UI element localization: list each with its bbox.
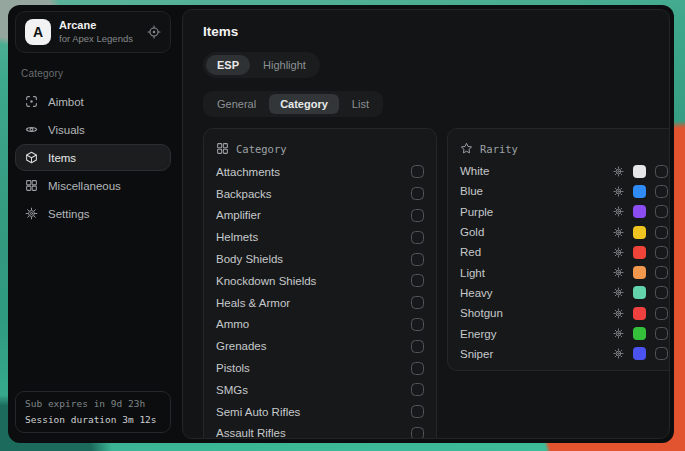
rarity-checkbox[interactable] <box>655 185 668 198</box>
esp-mode-toggle: ESPHighlight <box>203 52 320 78</box>
sub-expiry-text: Sub expires in 9d 23h <box>25 398 161 410</box>
category-checkbox[interactable] <box>411 165 424 178</box>
tab-category[interactable]: Category <box>269 94 339 114</box>
category-item-label: Amplifier <box>216 209 411 221</box>
sidebar: A Arcane for Apex Legends Category Aimbo… <box>8 5 178 443</box>
gear-icon[interactable] <box>613 308 624 319</box>
sidebar-item-visuals[interactable]: Visuals <box>15 116 171 143</box>
sidebar-item-miscellaneous[interactable]: Miscellaneous <box>15 172 171 199</box>
sidebar-item-aimbot[interactable]: Aimbot <box>15 88 171 115</box>
category-checkbox[interactable] <box>411 318 424 331</box>
category-item-label: Attachments <box>216 166 411 178</box>
gear-icon[interactable] <box>613 166 624 177</box>
rarity-item-label: Gold <box>460 226 613 238</box>
app-subtitle: for Apex Legends <box>59 33 133 45</box>
target-icon[interactable] <box>147 25 161 39</box>
category-checkbox[interactable] <box>411 231 424 244</box>
gear-icon[interactable] <box>613 348 624 359</box>
rarity-checkbox[interactable] <box>655 347 668 360</box>
rarity-checkbox[interactable] <box>655 307 668 320</box>
category-checkbox[interactable] <box>411 362 424 375</box>
gear-icon[interactable] <box>613 227 624 238</box>
category-checkbox[interactable] <box>411 274 424 287</box>
category-item-label: Helmets <box>216 231 411 243</box>
rarity-color-swatch[interactable] <box>633 307 646 320</box>
category-item-label: Backpacks <box>216 188 411 200</box>
category-panel-title: Category <box>236 143 287 155</box>
rarity-color-swatch[interactable] <box>633 286 646 299</box>
category-item-label: Assault Rifles <box>216 427 411 439</box>
rarity-checkbox[interactable] <box>655 286 668 299</box>
rarity-color-swatch[interactable] <box>633 226 646 239</box>
sidebar-item-label: Settings <box>48 208 90 220</box>
rarity-item-label: Shotgun <box>460 307 613 319</box>
mode-esp[interactable]: ESP <box>206 55 250 75</box>
gear-icon[interactable] <box>613 287 624 298</box>
rarity-checkbox[interactable] <box>655 246 668 259</box>
gear-icon[interactable] <box>613 206 624 217</box>
sidebar-item-label: Visuals <box>48 124 85 136</box>
rarity-checkbox[interactable] <box>655 165 668 178</box>
mode-highlight[interactable]: Highlight <box>252 55 317 75</box>
category-item-label: Grenades <box>216 340 411 352</box>
category-checkbox[interactable] <box>411 405 424 418</box>
star-icon <box>460 142 473 155</box>
rarity-color-swatch[interactable] <box>633 327 646 340</box>
rarity-row: Heavy <box>448 283 670 303</box>
gear-icon[interactable] <box>613 186 624 197</box>
category-row: SMGs <box>204 379 436 401</box>
rarity-row: Purple <box>448 202 670 222</box>
gear-icon[interactable] <box>613 247 624 258</box>
category-checkbox[interactable] <box>411 253 424 266</box>
category-row: Knockdown Shields <box>204 270 436 292</box>
category-row: Backpacks <box>204 183 436 205</box>
tab-list[interactable]: List <box>341 94 380 114</box>
rarity-panel-header: Rarity <box>448 129 670 161</box>
rarity-item-label: Purple <box>460 206 613 218</box>
tab-general[interactable]: General <box>206 94 267 114</box>
category-checkbox[interactable] <box>411 187 424 200</box>
sidebar-item-items[interactable]: Items <box>15 144 171 171</box>
sidebar-item-label: Aimbot <box>48 96 84 108</box>
rarity-checkbox[interactable] <box>655 266 668 279</box>
rarity-item-label: Red <box>460 246 613 258</box>
rarity-checkbox[interactable] <box>655 205 668 218</box>
sidebar-item-settings[interactable]: Settings <box>15 200 171 227</box>
app-logo: A <box>25 19 51 45</box>
category-checkbox[interactable] <box>411 340 424 353</box>
rarity-row: Energy <box>448 323 670 343</box>
rarity-item-label: Sniper <box>460 348 613 360</box>
rarity-color-swatch[interactable] <box>633 165 646 178</box>
rarity-color-swatch[interactable] <box>633 205 646 218</box>
rarity-row: White <box>448 161 670 181</box>
rarity-checkbox[interactable] <box>655 226 668 239</box>
category-checkbox[interactable] <box>411 427 424 439</box>
gear-icon[interactable] <box>613 328 624 339</box>
category-checkbox[interactable] <box>411 296 424 309</box>
category-item-label: Body Shields <box>216 253 411 265</box>
rarity-color-swatch[interactable] <box>633 347 646 360</box>
category-checkbox[interactable] <box>411 209 424 222</box>
category-row: Heals & Armor <box>204 292 436 314</box>
session-duration-text: Session duration 3m 12s <box>25 414 161 426</box>
rarity-row: Red <box>448 242 670 262</box>
category-row: Body Shields <box>204 248 436 270</box>
rarity-color-swatch[interactable] <box>633 266 646 279</box>
rarity-color-swatch[interactable] <box>633 185 646 198</box>
app-name: Arcane <box>59 19 133 33</box>
category-item-label: SMGs <box>216 384 411 396</box>
rarity-color-swatch[interactable] <box>633 246 646 259</box>
grid-icon <box>25 179 38 192</box>
gear-icon[interactable] <box>613 267 624 278</box>
sidebar-section-label: Category <box>21 68 173 79</box>
rarity-checkbox[interactable] <box>655 327 668 340</box>
subscription-card: Sub expires in 9d 23h Session duration 3… <box>15 391 171 433</box>
category-row: Helmets <box>204 226 436 248</box>
sidebar-menu: AimbotVisualsItemsMiscellaneousSettings <box>13 88 173 228</box>
category-row: Attachments <box>204 161 436 183</box>
rarity-item-label: Light <box>460 267 613 279</box>
category-checkbox[interactable] <box>411 383 424 396</box>
category-item-label: Ammo <box>216 318 411 330</box>
rarity-row: Gold <box>448 222 670 242</box>
category-item-label: Knockdown Shields <box>216 275 411 287</box>
